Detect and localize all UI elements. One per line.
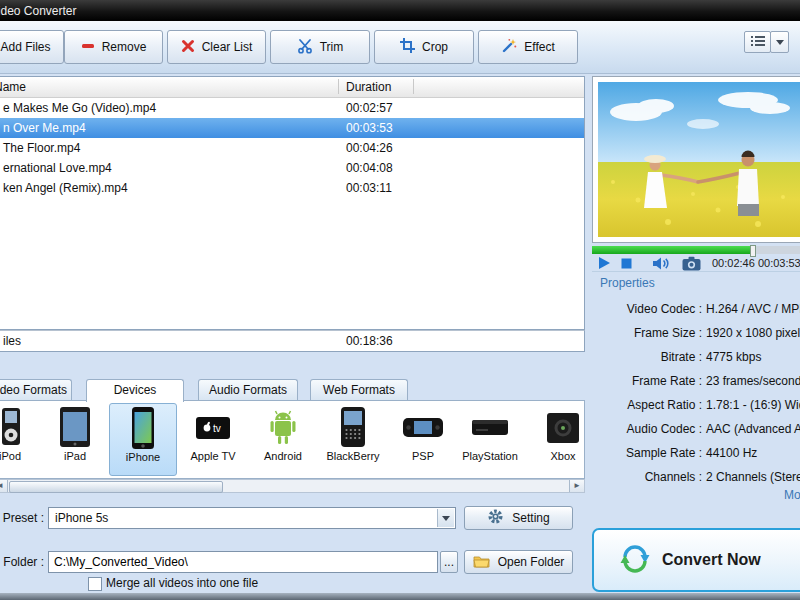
view-mode-button[interactable] [744, 31, 771, 53]
device-label: BlackBerry [319, 450, 387, 462]
more-link[interactable]: More [784, 488, 800, 502]
svg-text:tv: tv [213, 423, 221, 434]
tab-label: ideo Formats [0, 383, 67, 397]
property-row: Sample Rate :44100 Hz [592, 441, 800, 465]
tab-video-formats[interactable]: ideo Formats [0, 379, 72, 400]
setting-button[interactable]: Setting [464, 506, 573, 530]
browse-label: ... [444, 555, 454, 569]
tab-label: Audio Formats [209, 383, 287, 397]
preset-value: iPhone 5s [55, 511, 108, 525]
file-row[interactable]: ken Angel (Remix).mp4 00:03:11 [0, 178, 584, 198]
output-folder-label: Folder : [0, 555, 44, 569]
scroll-right-icon[interactable]: ► [569, 480, 584, 492]
property-row: Bitrate :4775 kbps [592, 345, 800, 369]
device-item-android[interactable]: Android [249, 403, 317, 476]
device-label: Apple TV [179, 450, 247, 462]
device-item-playstation[interactable]: PlayStation [456, 403, 524, 476]
property-row: Channels :2 Channels (Stereo) [592, 465, 800, 489]
property-value: H.264 / AVC / MPEG- [706, 297, 800, 321]
preset-dropdown[interactable]: iPhone 5s [48, 507, 456, 529]
scissors-icon [297, 38, 313, 57]
property-label: Frame Rate : [592, 369, 702, 393]
crop-button[interactable]: Crop [374, 30, 474, 64]
device-item-apple-tv[interactable]: tv Apple TV [179, 403, 247, 476]
device-label: Android [249, 450, 317, 462]
progress-fill [592, 246, 752, 254]
column-header-duration[interactable]: Duration [346, 80, 391, 94]
file-row-selected[interactable]: n Over Me.mp4 00:03:53 [0, 118, 584, 138]
progress-thumb[interactable] [750, 245, 756, 257]
clear-list-button[interactable]: Clear List [167, 30, 266, 64]
effect-button[interactable]: Effect [478, 30, 578, 64]
title-bar: Video Converter [0, 0, 800, 21]
convert-now-label: Convert Now [662, 551, 761, 569]
property-label: Channels : [592, 465, 702, 489]
browse-button[interactable]: ... [440, 551, 458, 573]
file-row[interactable]: ernational Love.mp4 00:04:08 [0, 158, 584, 178]
list-view-icon [750, 34, 766, 51]
scrollbar-thumb[interactable] [9, 481, 223, 493]
property-label: Sample Rate : [592, 441, 702, 465]
tab-web-formats[interactable]: Web Formats [310, 379, 408, 400]
chevron-down-icon [776, 40, 784, 45]
output-folder-input[interactable] [48, 551, 438, 573]
file-list: Name Duration e Makes Me Go (Video).mp4 … [0, 76, 585, 330]
elapsed-time: 00:02:46 [712, 257, 755, 269]
device-scrollbar[interactable]: ◄ ► [0, 479, 585, 493]
device-item-blackberry[interactable]: BlackBerry [319, 403, 387, 476]
device-item-psp[interactable]: PSP [389, 403, 457, 476]
open-folder-button[interactable]: Open Folder [464, 550, 573, 574]
blackberry-icon [333, 405, 373, 449]
file-list-header: Name Duration [0, 77, 584, 98]
preset-label: Preset : [0, 511, 44, 525]
property-row: Frame Size :1920 x 1080 pixels [592, 321, 800, 345]
convert-now-button[interactable]: Convert Now [592, 528, 800, 592]
property-label: Audio Codec : [592, 417, 702, 441]
trim-button[interactable]: Trim [270, 30, 370, 64]
tab-devices[interactable]: Devices [86, 379, 184, 402]
seek-bar[interactable] [592, 246, 800, 254]
chevron-down-icon [442, 516, 450, 521]
file-duration: 00:03:53 [346, 118, 393, 138]
device-item-iphone[interactable]: iPhone [109, 403, 177, 476]
file-name: ernational Love.mp4 [3, 158, 112, 178]
file-name: e Makes Me Go (Video).mp4 [3, 98, 156, 118]
scroll-left-icon[interactable]: ◄ [0, 480, 8, 492]
toolbar: Add Files Remove Clear List Trim Crop Ef… [0, 21, 800, 74]
gear-icon [487, 508, 504, 528]
stop-button[interactable] [621, 258, 632, 272]
file-row[interactable]: e Makes Me Go (Video).mp4 00:02:57 [0, 98, 584, 118]
device-label: PSP [389, 450, 457, 462]
magic-wand-icon [501, 38, 517, 57]
properties-title: Properties [600, 276, 655, 290]
property-value: 1.78:1 - (16:9) Widesc [706, 393, 800, 417]
tab-audio-formats[interactable]: Audio Formats [198, 379, 298, 400]
device-item-ipod[interactable]: iPod [0, 403, 44, 476]
file-name: n Over Me.mp4 [3, 118, 86, 138]
property-row: Frame Rate :23 frames/second [592, 369, 800, 393]
sync-arrows-icon [620, 544, 650, 577]
property-value: 44100 Hz [706, 441, 757, 465]
view-mode-dropdown-button[interactable] [770, 31, 789, 53]
property-value: 1920 x 1080 pixels [706, 321, 800, 345]
preset-dropdown-arrow[interactable] [437, 509, 454, 527]
file-duration: 00:03:11 [346, 178, 392, 198]
remove-button[interactable]: Remove [64, 30, 163, 64]
property-value: 4775 kbps [706, 345, 761, 369]
add-files-button[interactable]: Add Files [0, 30, 64, 64]
property-label: Frame Size : [592, 321, 702, 345]
window-title: Video Converter [0, 4, 77, 18]
playstation-icon [470, 405, 510, 449]
window-bottom-edge [0, 593, 800, 600]
add-files-label: Add Files [0, 40, 50, 54]
playback-time: 00:02:46 00:03:53 [712, 257, 800, 269]
device-item-xbox[interactable]: Xbox [529, 403, 585, 476]
column-header-name[interactable]: Name [0, 80, 26, 94]
iphone-icon [123, 406, 163, 450]
device-label: iPad [41, 450, 109, 462]
merge-checkbox[interactable] [88, 577, 102, 591]
trim-label: Trim [320, 40, 344, 54]
file-row[interactable]: The Floor.mp4 00:04:26 [0, 138, 584, 158]
device-item-ipad[interactable]: iPad [41, 403, 109, 476]
psp-icon [403, 405, 443, 449]
